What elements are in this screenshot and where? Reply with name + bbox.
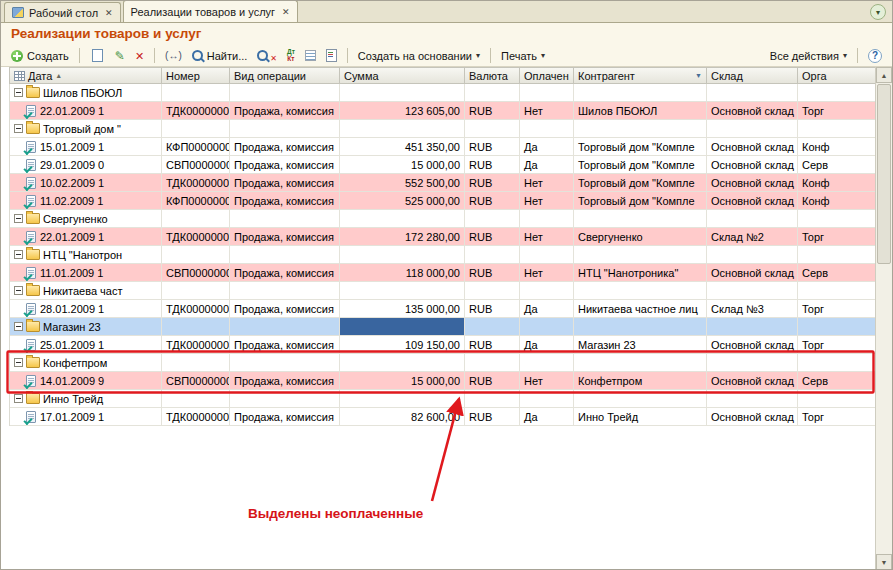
document-row[interactable]: 10.02.2009 1ТДК0000000Продажа, комиссия5… xyxy=(10,174,877,192)
create-based-on-button[interactable]: Создать на основании ▾ xyxy=(354,48,484,64)
cell-counterparty[interactable]: Торговый дом "Компле xyxy=(574,174,707,191)
cell-date[interactable]: 11.01.2009 1 xyxy=(10,264,162,281)
cell-paid[interactable]: Нет xyxy=(520,372,574,389)
group-row[interactable]: Никитаева част xyxy=(10,282,877,300)
cell-number[interactable]: СВП0000000 xyxy=(162,264,230,281)
cell-warehouse[interactable]: Основной склад xyxy=(707,174,798,191)
delete-button[interactable]: ✕ xyxy=(131,49,148,63)
group-row[interactable]: Конфетпром xyxy=(10,354,877,372)
cell-date[interactable]: 11.02.2009 1 xyxy=(10,192,162,209)
column-header-1[interactable]: Номер xyxy=(162,68,230,83)
cell[interactable] xyxy=(798,246,878,263)
cell-operation[interactable]: Продажа, комиссия xyxy=(230,138,340,155)
cell[interactable] xyxy=(707,354,798,371)
cell[interactable] xyxy=(230,84,340,101)
cell-sum[interactable]: 451 350,00 xyxy=(340,138,465,155)
cell-sum[interactable]: 135 000,00 xyxy=(340,300,465,317)
cancel-search-button[interactable]: ✕ xyxy=(253,46,281,65)
cell-warehouse[interactable]: Основной склад xyxy=(707,156,798,173)
cell-sum[interactable]: 82 600,00 xyxy=(340,408,465,425)
column-header-5[interactable]: Оплачен xyxy=(520,68,574,83)
cell-currency[interactable]: RUB xyxy=(465,372,520,389)
cell-sum[interactable]: 172 280,00 xyxy=(340,228,465,245)
cell-number[interactable]: ТДК0000000 xyxy=(162,228,230,245)
collapse-icon[interactable] xyxy=(14,358,23,367)
cell-number[interactable]: ТДК0000000 xyxy=(162,102,230,119)
collapse-icon[interactable] xyxy=(14,214,23,223)
cell-paid[interactable]: Нет xyxy=(520,192,574,209)
set-period-button[interactable]: (↔) xyxy=(161,48,186,63)
cell[interactable] xyxy=(707,120,798,137)
cell-currency[interactable]: RUB xyxy=(465,300,520,317)
cell-counterparty[interactable]: Торговый дом "Компле xyxy=(574,192,707,209)
find-button[interactable]: Найти... xyxy=(188,48,252,64)
cell[interactable] xyxy=(465,246,520,263)
document-row[interactable]: 14.01.2009 9СВП0000000Продажа, комиссия1… xyxy=(10,372,877,390)
cell-number[interactable]: ТДК0000000 xyxy=(162,300,230,317)
cell-currency[interactable]: RUB xyxy=(465,138,520,155)
cell[interactable] xyxy=(340,246,465,263)
cell-sum[interactable]: 15 000,00 xyxy=(340,156,465,173)
report-button[interactable] xyxy=(322,47,341,64)
cell-operation[interactable]: Продажа, комиссия xyxy=(230,336,340,353)
cell-sum[interactable]: 118 000,00 xyxy=(340,264,465,281)
column-header-8[interactable]: Орга xyxy=(798,68,878,83)
cell-warehouse[interactable]: Основной склад xyxy=(707,102,798,119)
cell-paid[interactable]: Нет xyxy=(520,174,574,191)
cell-org[interactable]: Серв xyxy=(798,372,878,389)
cell[interactable] xyxy=(230,390,340,407)
cell[interactable] xyxy=(574,282,707,299)
tab-sales[interactable]: Реализации товаров и услуг ✕ xyxy=(123,0,298,22)
cell-currency[interactable]: RUB xyxy=(465,156,520,173)
cell-date[interactable]: 17.01.2009 1 xyxy=(10,408,162,425)
cell[interactable] xyxy=(574,318,707,335)
cell[interactable] xyxy=(162,84,230,101)
column-header-3[interactable]: Сумма xyxy=(340,68,465,83)
close-tab-icon[interactable]: ✕ xyxy=(105,8,113,18)
cell[interactable] xyxy=(230,246,340,263)
cell-org[interactable]: Торг xyxy=(798,336,878,353)
cell-operation[interactable]: Продажа, комиссия xyxy=(230,264,340,281)
cell-operation[interactable]: Продажа, комиссия xyxy=(230,156,340,173)
cell-currency[interactable]: RUB xyxy=(465,264,520,281)
cell[interactable] xyxy=(574,354,707,371)
cell[interactable] xyxy=(465,84,520,101)
cell[interactable] xyxy=(574,390,707,407)
cell-number[interactable]: ТДК0000000 xyxy=(162,174,230,191)
cell[interactable] xyxy=(230,120,340,137)
column-header-0[interactable]: Дата▲ xyxy=(10,68,162,83)
cell[interactable] xyxy=(230,282,340,299)
cell[interactable] xyxy=(465,282,520,299)
group-row[interactable]: Шилов ПБОЮЛ xyxy=(10,84,877,102)
cell[interactable] xyxy=(707,84,798,101)
cell-paid[interactable]: Да xyxy=(520,156,574,173)
cell-number[interactable]: СВП0000000 xyxy=(162,156,230,173)
open-windows-dropdown-button[interactable]: ▾ xyxy=(870,4,886,20)
cell-paid[interactable]: Нет xyxy=(520,228,574,245)
cell[interactable] xyxy=(340,210,465,227)
collapse-icon[interactable] xyxy=(14,250,23,259)
cell-counterparty[interactable]: Торговый дом "Компле xyxy=(574,156,707,173)
cell-org[interactable]: Конф xyxy=(798,138,878,155)
cell[interactable] xyxy=(465,210,520,227)
cell-org[interactable]: Торг xyxy=(798,102,878,119)
cell-counterparty[interactable]: Свергуненко xyxy=(574,228,707,245)
cell[interactable] xyxy=(340,282,465,299)
cell-operation[interactable]: Продажа, комиссия xyxy=(230,372,340,389)
posting-button[interactable]: ДтКт xyxy=(283,47,299,64)
cell-currency[interactable]: RUB xyxy=(465,174,520,191)
cell[interactable] xyxy=(798,282,878,299)
cell-warehouse[interactable]: Основной склад xyxy=(707,408,798,425)
collapse-icon[interactable] xyxy=(14,124,23,133)
cell[interactable] xyxy=(230,210,340,227)
collapse-icon[interactable] xyxy=(14,286,23,295)
cell-warehouse[interactable]: Основной склад xyxy=(707,336,798,353)
copy-button[interactable] xyxy=(86,47,109,64)
document-row[interactable]: 15.01.2009 1КФП0000000Продажа, комиссия4… xyxy=(10,138,877,156)
cell-counterparty[interactable]: Конфетпром xyxy=(574,372,707,389)
cell[interactable] xyxy=(798,210,878,227)
cell-date[interactable]: 14.01.2009 9 xyxy=(10,372,162,389)
document-row[interactable]: 28.01.2009 1ТДК0000000Продажа, комиссия1… xyxy=(10,300,877,318)
cell[interactable] xyxy=(230,354,340,371)
print-button[interactable]: Печать ▾ xyxy=(497,48,549,64)
